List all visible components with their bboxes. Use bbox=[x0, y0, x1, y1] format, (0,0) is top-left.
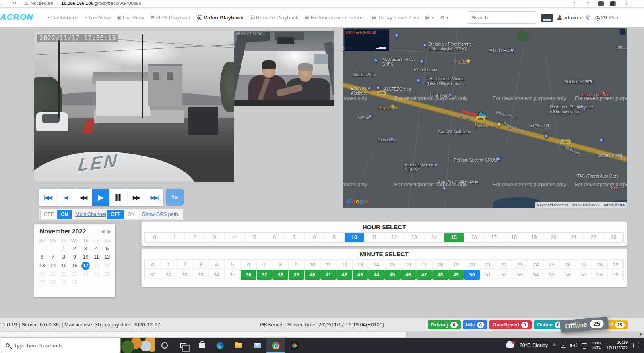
photos-button[interactable] bbox=[285, 338, 303, 353]
minute-cell-14[interactable]: 14 bbox=[368, 260, 384, 270]
hour-cell-19[interactable]: 19 bbox=[524, 233, 544, 242]
file-explorer-button[interactable] bbox=[229, 338, 248, 353]
chrome-button[interactable] bbox=[266, 338, 285, 353]
minute-cell-26[interactable]: 26 bbox=[560, 260, 576, 270]
hour-cell-3[interactable]: 3 bbox=[205, 233, 225, 242]
minute-cell-25[interactable]: 25 bbox=[544, 260, 560, 270]
multi-channel-on-button[interactable]: ON bbox=[57, 210, 72, 219]
skip-to-end-button[interactable]: ▶▶| bbox=[145, 189, 163, 206]
minute-cell-49[interactable]: 49 bbox=[448, 270, 464, 280]
hour-cell-23[interactable]: 23 bbox=[604, 233, 623, 242]
minute-cell-4[interactable]: 4 bbox=[209, 260, 225, 270]
calendar-day[interactable]: 1 bbox=[58, 245, 69, 253]
minute-cell-46[interactable]: 46 bbox=[400, 270, 417, 280]
map-pin[interactable] bbox=[415, 77, 422, 84]
gps-path-link[interactable]: Show GPS path. bbox=[142, 212, 179, 217]
status-badge-offline[interactable]: Offline25 bbox=[560, 316, 609, 333]
map[interactable]: SH2SH2SH2 RrugaRruga MonunRruga Butrinti… bbox=[343, 28, 627, 208]
calendar-day[interactable]: 10 bbox=[80, 253, 91, 262]
minute-cell-31[interactable]: 31 bbox=[161, 270, 177, 280]
rewind-button[interactable]: ◀◀ bbox=[74, 189, 92, 206]
hour-cell-20[interactable]: 20 bbox=[544, 233, 564, 242]
status-badge-idle[interactable]: Idle0 bbox=[463, 320, 487, 329]
minute-cell-45[interactable]: 45 bbox=[384, 270, 400, 280]
hour-cell-22[interactable]: 22 bbox=[584, 233, 604, 242]
minute-cell-22[interactable]: 22 bbox=[496, 260, 512, 270]
hour-cell-9[interactable]: 9 bbox=[324, 233, 345, 242]
minute-cell-58[interactable]: 58 bbox=[592, 270, 608, 280]
calendar-next-icon[interactable]: ▶ bbox=[108, 229, 111, 234]
gps-path-off-button[interactable]: OFF bbox=[107, 210, 124, 219]
refresh-icon[interactable]: ↻ bbox=[12, 0, 16, 6]
hour-cell-16[interactable]: 16 bbox=[464, 233, 484, 242]
bookmark-star-icon[interactable]: ☆ bbox=[586, 0, 590, 6]
minute-cell-47[interactable]: 47 bbox=[416, 270, 432, 280]
hour-cell-7[interactable]: 7 bbox=[285, 233, 305, 242]
minute-cell-7[interactable]: 7 bbox=[257, 260, 273, 270]
store-button[interactable] bbox=[192, 338, 211, 353]
hour-cell-0[interactable]: 0 bbox=[145, 233, 165, 242]
admin-menu[interactable]: admin ▾ bbox=[557, 15, 582, 21]
hour-cell-15[interactable]: 15 bbox=[444, 233, 464, 242]
speaker-icon[interactable] bbox=[571, 344, 575, 347]
calendar-day[interactable]: 2 bbox=[69, 245, 80, 253]
minute-cell-10[interactable]: 10 bbox=[305, 260, 321, 270]
minute-cell-5[interactable]: 5 bbox=[225, 260, 241, 270]
calendar-day[interactable]: 14 bbox=[47, 262, 58, 270]
share-icon[interactable]: ↑ bbox=[573, 0, 576, 6]
map-pin[interactable] bbox=[598, 137, 605, 143]
minute-cell-34[interactable]: 34 bbox=[209, 270, 225, 280]
minute-cell-9[interactable]: 9 bbox=[289, 260, 305, 270]
minute-cell-52[interactable]: 52 bbox=[496, 270, 512, 280]
secondary-video[interactable]: 2022/11/17 17:50:15 bbox=[234, 31, 334, 106]
minute-cell-56[interactable]: 56 bbox=[560, 270, 576, 280]
back-icon[interactable]: → bbox=[0, 0, 3, 6]
hour-cell-21[interactable]: 21 bbox=[564, 233, 584, 242]
minute-cell-27[interactable]: 27 bbox=[576, 260, 592, 270]
calendar-prev-icon[interactable]: ◀ bbox=[101, 229, 104, 234]
hour-cell-14[interactable]: 14 bbox=[424, 233, 444, 242]
calendar-day[interactable]: 16 bbox=[69, 262, 80, 270]
profile-icon[interactable] bbox=[598, 1, 604, 6]
nav-item-settings-gears-icon[interactable]: ⚙▾ bbox=[440, 15, 448, 21]
map-control-icon[interactable] bbox=[620, 29, 625, 35]
minute-cell-43[interactable]: 43 bbox=[353, 270, 369, 280]
nav-item-remote-playback[interactable]: ▶Remote Playback bbox=[250, 15, 299, 21]
minute-cell-21[interactable]: 21 bbox=[480, 260, 496, 270]
minute-cell-8[interactable]: 8 bbox=[272, 260, 289, 270]
minute-cell-16[interactable]: 16 bbox=[400, 260, 417, 270]
nav-item-video-playback[interactable]: ▶Video Playback bbox=[197, 15, 244, 21]
mail-button[interactable] bbox=[248, 338, 266, 353]
language-indicator[interactable]: ENGINTL bbox=[592, 341, 601, 350]
scroll-right-icon[interactable]: ▶ bbox=[640, 332, 643, 336]
minute-cell-40[interactable]: 40 bbox=[305, 270, 321, 280]
skip-to-start-button[interactable]: |◀◀ bbox=[39, 189, 57, 206]
minute-cell-11[interactable]: 11 bbox=[320, 260, 336, 270]
minute-cell-17[interactable]: 17 bbox=[416, 260, 432, 270]
nav-item-gps-playback[interactable]: ⚑GPS Playback bbox=[150, 15, 191, 21]
calendar-day[interactable]: 5 bbox=[102, 245, 113, 253]
map-pin[interactable] bbox=[373, 57, 379, 64]
search-input[interactable] bbox=[467, 11, 536, 24]
minute-cell-53[interactable]: 53 bbox=[512, 270, 528, 280]
minute-cell-37[interactable]: 37 bbox=[257, 270, 273, 280]
task-view-button[interactable] bbox=[174, 338, 192, 353]
status-badge-overspeed[interactable]: OverSpeed0 bbox=[489, 320, 532, 329]
edge-button[interactable] bbox=[211, 338, 229, 353]
map-pin[interactable] bbox=[375, 85, 382, 91]
minute-cell-55[interactable]: 55 bbox=[544, 270, 560, 280]
hour-cell-8[interactable]: 8 bbox=[305, 233, 325, 242]
horizontal-scrollbar[interactable]: ▶ bbox=[0, 331, 644, 338]
minute-cell-41[interactable]: 41 bbox=[320, 270, 336, 280]
play-button[interactable]: ▶ bbox=[92, 189, 110, 206]
minute-cell-6[interactable]: 6 bbox=[241, 260, 257, 270]
status-badge-driving[interactable]: Driving0 bbox=[428, 320, 461, 329]
minute-cell-13[interactable]: 13 bbox=[353, 260, 369, 270]
nav-item-treeview[interactable]: ◔TreeView bbox=[84, 15, 111, 21]
hour-cell-11[interactable]: 11 bbox=[364, 233, 384, 242]
minute-cell-29[interactable]: 29 bbox=[608, 260, 623, 270]
minute-cell-54[interactable]: 54 bbox=[528, 270, 544, 280]
minute-cell-24[interactable]: 24 bbox=[528, 260, 544, 270]
network-icon[interactable] bbox=[582, 343, 587, 347]
tray-chevron-icon[interactable]: ^ bbox=[553, 343, 556, 348]
